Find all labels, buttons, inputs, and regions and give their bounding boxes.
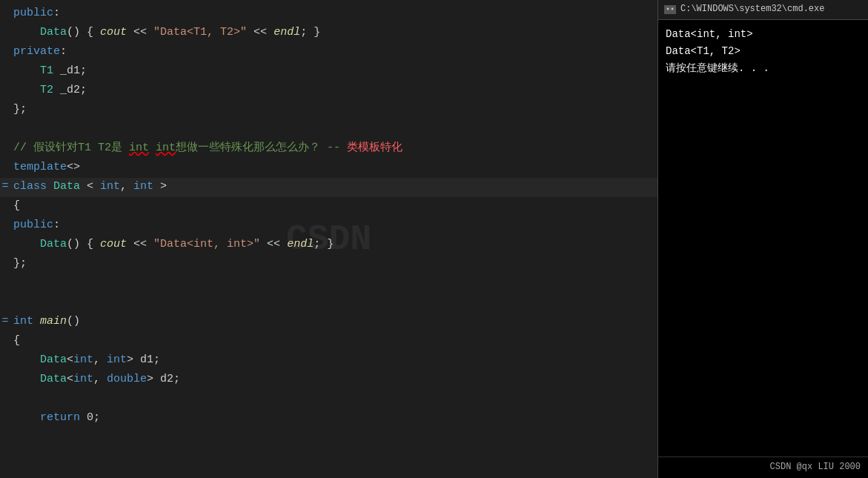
- line-body: [10, 274, 657, 292]
- line-body: public:: [10, 4, 657, 22]
- code-line: public:: [0, 4, 657, 24]
- code-line: Data<int, double> d2;: [0, 371, 657, 390]
- code-editor: CSDN public: Data() { cout << "Data<T1, …: [0, 0, 657, 478]
- code-line: return 0;: [0, 409, 657, 428]
- code-line: [0, 274, 657, 293]
- line-body: {: [10, 197, 657, 215]
- line-body: {: [10, 332, 657, 350]
- line-body: [10, 390, 657, 408]
- line-body: T1 _d1;: [10, 62, 657, 80]
- line-indicator: =: [0, 313, 10, 331]
- terminal-panel: ▪▪ C:\WINDOWS\system32\cmd.exe Data<int,…: [657, 0, 868, 478]
- code-line: = class Data < int, int >: [0, 178, 657, 197]
- terminal-output-line-2: Data<T1, T2>: [666, 43, 861, 60]
- code-line: Data<int, int> d1;: [0, 351, 657, 371]
- code-line: };: [0, 255, 657, 274]
- terminal-titlebar: ▪▪ C:\WINDOWS\system32\cmd.exe: [658, 0, 868, 20]
- terminal-credit: CSDN @qx LIU 2000: [770, 462, 861, 472]
- code-line: {: [0, 332, 657, 351]
- line-indicator: =: [0, 178, 10, 196]
- terminal-title: C:\WINDOWS\system32\cmd.exe: [680, 2, 824, 17]
- code-line: = int main(): [0, 313, 657, 332]
- code-line: Data() { cout << "Data<T1, T2>" << endl;…: [0, 24, 657, 43]
- code-line: T2 _d2;: [0, 82, 657, 101]
- code-line: [0, 390, 657, 409]
- line-body: return 0;: [10, 409, 657, 427]
- terminal-output-line-1: Data<int, int>: [666, 26, 861, 43]
- line-body: Data() { cout << "Data<T1, T2>" << endl;…: [10, 24, 657, 42]
- line-body: Data<int, int> d1;: [10, 351, 657, 369]
- cmd-icon: ▪▪: [664, 5, 676, 14]
- terminal-output-line-3: 请按任意键继续. . .: [666, 60, 861, 77]
- terminal-footer: CSDN @qx LIU 2000: [658, 457, 868, 478]
- code-line: };: [0, 101, 657, 120]
- line-body: [10, 120, 657, 138]
- line-body: Data<int, double> d2;: [10, 371, 657, 388]
- code-line: {: [0, 197, 657, 216]
- code-line: Data() { cout << "Data<int, int>" << end…: [0, 236, 657, 255]
- line-body: T2 _d2;: [10, 82, 657, 99]
- line-body: // 假设针对T1 T2是 int int想做一些特殊化那么怎么办？ -- 类模…: [10, 139, 657, 157]
- terminal-body: Data<int, int> Data<T1, T2> 请按任意键继续. . .: [658, 20, 868, 457]
- line-body: int main(): [10, 313, 657, 331]
- code-line: T1 _d1;: [0, 62, 657, 82]
- line-body: [10, 293, 657, 311]
- line-body: template<>: [10, 159, 657, 176]
- code-line: // 假设针对T1 T2是 int int想做一些特殊化那么怎么办？ -- 类模…: [0, 139, 657, 159]
- line-body: Data() { cout << "Data<int, int>" << end…: [10, 236, 657, 253]
- line-body: };: [10, 101, 657, 119]
- line-body: public:: [10, 216, 657, 234]
- code-line: public:: [0, 216, 657, 236]
- line-body: };: [10, 255, 657, 273]
- code-line: [0, 120, 657, 139]
- code-line: private:: [0, 43, 657, 62]
- line-body: class Data < int, int >: [10, 178, 657, 196]
- code-line: [0, 293, 657, 313]
- line-body: private:: [10, 43, 657, 61]
- code-content: public: Data() { cout << "Data<T1, T2>" …: [0, 0, 657, 433]
- code-line: template<>: [0, 159, 657, 178]
